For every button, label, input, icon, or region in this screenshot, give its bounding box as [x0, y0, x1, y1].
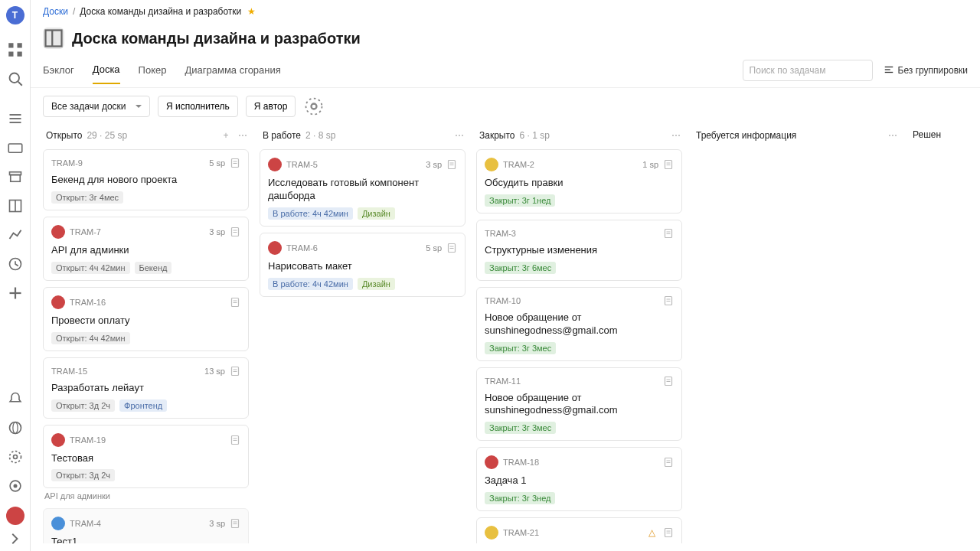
task-key[interactable]: TRAM-16 — [70, 298, 106, 307]
task-card[interactable]: TRAM-21△Тестовая задача по проектуЗакрыт… — [476, 517, 682, 543]
column-menu-icon[interactable]: ⋯ — [670, 129, 682, 142]
user-avatar[interactable] — [6, 507, 24, 525]
list-icon[interactable] — [8, 111, 23, 126]
task-key[interactable]: TRAM-2 — [503, 160, 534, 169]
description-icon — [230, 435, 240, 445]
task-key[interactable]: TRAM-15 — [51, 367, 87, 376]
expand-sidebar-icon[interactable] — [8, 531, 23, 546]
tab-backlog[interactable]: Бэклог — [43, 64, 74, 83]
task-key[interactable]: TRAM-3 — [485, 229, 516, 238]
globe-icon[interactable] — [8, 420, 23, 435]
task-card[interactable]: TRAM-19ТестоваяОткрыт: 3д 2ч — [43, 425, 249, 489]
filters-bar: Все задачи доски Я исполнитель Я автор — [31, 88, 980, 125]
task-card[interactable]: TRAM-95 spБекенд для нового проектаОткры… — [43, 149, 249, 210]
task-key[interactable]: TRAM-4 — [70, 519, 101, 528]
column-menu-icon[interactable]: ⋯ — [453, 129, 466, 142]
svg-point-17 — [9, 422, 21, 434]
filter-select[interactable]: Все задачи доски — [43, 96, 150, 117]
tab-board[interactable]: Доска — [93, 64, 120, 84]
column-done: Решен — [910, 125, 980, 543]
breadcrumb-root[interactable]: Доски — [43, 6, 68, 17]
story-points: 5 sp — [209, 158, 225, 168]
grid-icon[interactable] — [8, 42, 23, 57]
task-key[interactable]: TRAM-21 — [503, 528, 539, 537]
grouping-button[interactable]: Без группировки — [884, 64, 968, 77]
task-card[interactable]: TRAM-10Новое обращение от sunshinegodnes… — [476, 287, 682, 361]
description-icon — [230, 297, 240, 308]
svg-line-5 — [18, 82, 21, 86]
task-card[interactable]: TRAM-21 spОбсудить правкиЗакрыт: 3г 1нед — [476, 149, 682, 214]
task-title: Тест1 — [51, 536, 240, 543]
assignee-avatar[interactable] — [485, 526, 498, 540]
status-tag: Закрыт: 3г 3мес — [485, 422, 556, 434]
app-logo[interactable]: T — [6, 6, 24, 24]
breadcrumb-current[interactable]: Доска команды дизайна и разработки — [80, 6, 241, 17]
filter-settings-icon[interactable] — [303, 96, 325, 117]
task-card[interactable]: TRAM-1513 spРазработать лейаутОткрыт: 3д… — [43, 357, 249, 419]
chart-icon[interactable] — [8, 227, 23, 243]
assignee-avatar[interactable] — [51, 517, 65, 530]
task-card[interactable]: TRAM-3Структурные измененияЗакрыт: 3г 6м… — [476, 220, 682, 281]
task-key[interactable]: TRAM-19 — [70, 435, 106, 445]
plus-icon[interactable] — [8, 285, 23, 301]
filter-author[interactable]: Я автор — [246, 96, 296, 117]
column-open: Открыто 29 · 25 sp + ⋯ TRAM-95 spБекенд … — [43, 125, 252, 543]
column-menu-icon[interactable]: ⋯ — [237, 129, 249, 142]
task-card[interactable]: TRAM-43 spТест1Открыт: 2нед 4д — [43, 508, 249, 543]
task-card[interactable]: TRAM-53 spИсследовать готовый компонент … — [260, 149, 466, 227]
svg-rect-0 — [8, 43, 13, 47]
column-title: Требуется информация — [696, 130, 796, 141]
task-card[interactable]: TRAM-73 spAPI для админкиОткрыт: 4ч 42ми… — [43, 217, 249, 281]
assignee-avatar[interactable] — [485, 455, 498, 469]
archive-icon[interactable] — [8, 169, 23, 184]
status-tag: Закрыт: 3г 3нед — [485, 492, 555, 504]
tab-poker[interactable]: Покер — [139, 64, 167, 83]
task-card[interactable]: TRAM-18Задача 1Закрыт: 3г 3нед — [476, 447, 682, 511]
svg-rect-1 — [17, 43, 21, 47]
task-card[interactable]: TRAM-16Провести оплатуОткрыт: 4ч 42мин — [43, 287, 249, 351]
parent-link[interactable]: API для админки — [43, 491, 249, 502]
assignee-avatar[interactable] — [51, 225, 65, 239]
search-input[interactable]: Поиск по задачам — [743, 60, 873, 81]
gear-icon[interactable] — [8, 449, 23, 465]
board-icon[interactable] — [8, 198, 23, 214]
task-title: Задача 1 — [485, 474, 674, 487]
story-points: 3 sp — [426, 160, 442, 169]
status-tag: Открыт: 3д 2ч — [51, 469, 115, 481]
task-key[interactable]: TRAM-6 — [286, 243, 318, 253]
task-title: Провести оплату — [51, 315, 240, 328]
filter-assignee[interactable]: Я исполнитель — [158, 96, 238, 117]
star-icon[interactable]: ★ — [247, 6, 256, 17]
column-open-body: TRAM-95 spБекенд для нового проектаОткры… — [43, 149, 252, 543]
assignee-avatar[interactable] — [485, 158, 498, 171]
breadcrumb: Доски / Доска команды дизайна и разработ… — [31, 0, 980, 20]
search-icon[interactable] — [8, 71, 23, 86]
task-key[interactable]: TRAM-5 — [286, 160, 318, 169]
bell-icon[interactable] — [8, 391, 23, 406]
add-card-icon[interactable]: + — [220, 129, 232, 142]
column-menu-icon[interactable]: ⋯ — [887, 129, 899, 142]
task-key[interactable]: TRAM-10 — [485, 296, 521, 305]
assignee-avatar[interactable] — [51, 433, 65, 447]
folder-icon[interactable] — [8, 140, 23, 155]
description-icon — [230, 366, 240, 377]
svg-rect-11 — [10, 175, 20, 182]
settings-icon[interactable] — [8, 478, 23, 494]
task-key[interactable]: TRAM-9 — [51, 158, 83, 168]
column-meta: 6 · 1 sp — [520, 130, 550, 141]
task-key[interactable]: TRAM-18 — [503, 458, 539, 467]
svg-rect-9 — [8, 144, 22, 152]
task-card[interactable]: TRAM-11Новое обращение от sunshinegodnes… — [476, 367, 682, 442]
task-key[interactable]: TRAM-11 — [485, 377, 521, 386]
clock-icon[interactable] — [8, 256, 23, 272]
task-card[interactable]: TRAM-65 spНарисовать макетВ работе: 4ч 4… — [260, 233, 466, 297]
column-title: В работе — [263, 130, 301, 141]
tab-burndown[interactable]: Диаграмма сгорания — [185, 64, 280, 83]
assignee-avatar[interactable] — [268, 241, 282, 255]
column-title: Решен — [913, 129, 941, 140]
grouping-label: Без группировки — [898, 65, 968, 76]
assignee-avatar[interactable] — [268, 158, 282, 171]
task-key[interactable]: TRAM-7 — [70, 227, 101, 236]
page-header: Доска команды дизайна и разработки — [31, 20, 980, 52]
assignee-avatar[interactable] — [51, 295, 65, 309]
